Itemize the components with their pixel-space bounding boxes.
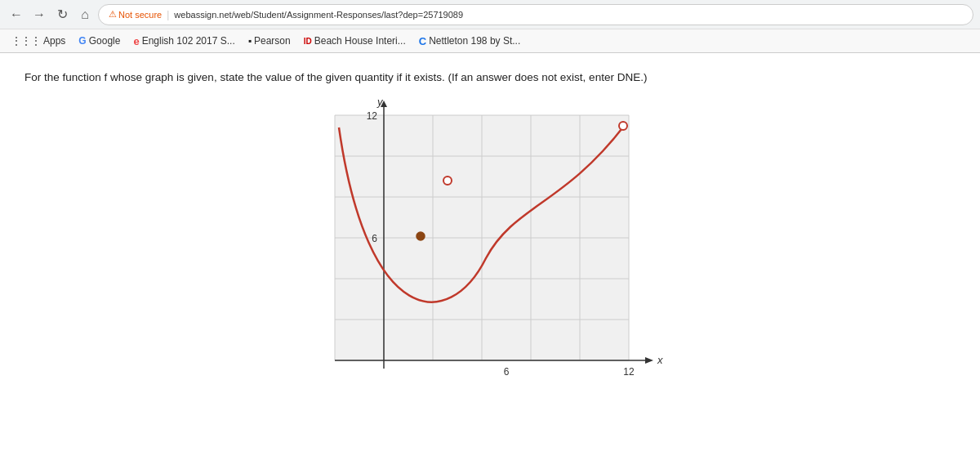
refresh-button[interactable]: ↻ [52, 5, 72, 25]
not-secure-indicator: ⚠ Not secure [109, 9, 162, 20]
bookmark-pearson-label: Pearson [254, 35, 291, 47]
bookmark-pearson[interactable]: ▪ Pearson [243, 34, 296, 48]
not-secure-label: Not secure [118, 10, 162, 20]
y-tick-6: 6 [372, 233, 377, 244]
bookmark-nettleton-label: Nettleton 198 by St... [429, 35, 520, 47]
bookmark-apps-label: Apps [43, 35, 65, 47]
bookmark-google-label: Google [89, 35, 121, 47]
graph-wrapper: x y 6 12 6 12 [286, 99, 694, 409]
function-graph: x y 6 12 6 12 [286, 99, 694, 409]
address-bar[interactable]: ⚠ Not secure | webassign.net/web/Student… [98, 4, 973, 25]
bookmark-google[interactable]: G Google [74, 34, 125, 48]
filled-dot [416, 232, 425, 240]
bookmark-english[interactable]: e English 102 2017 S... [128, 34, 239, 49]
y-tick-12: 12 [367, 110, 378, 122]
browser-chrome: ← → ↻ ⌂ ⚠ Not secure | webassign.net/web… [0, 0, 980, 53]
nettleton-icon: C [419, 35, 426, 47]
bookmarks-bar: ⋮⋮⋮ Apps G Google e English 102 2017 S..… [0, 29, 980, 52]
x-axis-label: x [657, 354, 663, 366]
svg-marker-17 [645, 357, 653, 364]
forward-button[interactable]: → [29, 5, 49, 25]
url-text: webassign.net/web/Student/Assignment-Res… [174, 10, 463, 20]
open-circle-right [619, 122, 627, 130]
warning-icon: ⚠ [109, 9, 117, 20]
back-button[interactable]: ← [7, 5, 26, 25]
home-button[interactable]: ⌂ [75, 5, 95, 25]
bookmark-english-label: English 102 2017 S... [142, 35, 235, 47]
open-circle-left [443, 177, 452, 185]
graph-container: x y 6 12 6 12 [24, 99, 956, 409]
beach-house-icon: ID [304, 37, 312, 46]
english-icon: e [133, 35, 139, 47]
pearson-icon: ▪ [248, 35, 252, 47]
bookmark-nettleton[interactable]: C Nettleton 198 by St... [414, 34, 525, 49]
bookmark-beach-house[interactable]: ID Beach House Interi... [299, 34, 411, 48]
google-icon: G [78, 35, 86, 47]
bookmark-beach-house-label: Beach House Interi... [314, 35, 406, 47]
content-area: For the function f whose graph is given,… [0, 53, 980, 465]
x-tick-6: 6 [504, 366, 510, 378]
nav-bar: ← → ↻ ⌂ ⚠ Not secure | webassign.net/web… [0, 0, 980, 29]
apps-icon: ⋮⋮⋮ [11, 35, 41, 47]
problem-text: For the function f whose graph is given,… [24, 69, 956, 86]
x-tick-12: 12 [623, 366, 635, 378]
url-separator: | [167, 9, 169, 20]
bookmark-apps[interactable]: ⋮⋮⋮ Apps [7, 34, 70, 48]
